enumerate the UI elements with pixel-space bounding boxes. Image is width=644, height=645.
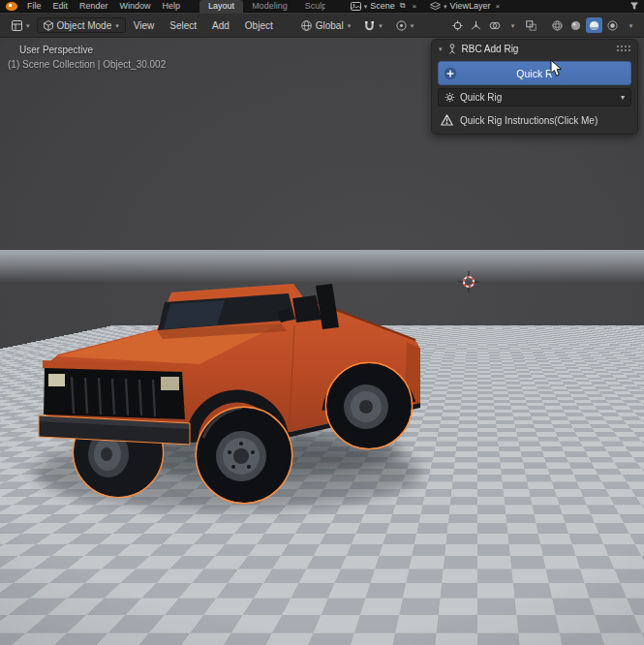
solid-sphere-icon	[570, 20, 581, 31]
chevron-down-icon: ▾	[621, 94, 625, 102]
checker-floor	[0, 250, 644, 645]
topbar: File Edit Render Window Help Layout Mode…	[0, 0, 644, 13]
overlays-toggle-button[interactable]	[486, 17, 503, 33]
menu-edit[interactable]: Edit	[47, 1, 75, 11]
panel-title: RBC Add Rig	[462, 44, 519, 54]
cube-icon	[44, 20, 53, 31]
transform-orientation-dropdown[interactable]: Global ▾	[294, 17, 357, 33]
menu-select[interactable]: Select	[162, 20, 204, 31]
shading-wireframe-button[interactable]	[549, 17, 566, 33]
xray-toggle-button[interactable]	[523, 17, 539, 33]
viewport-header-right-icons: ▾ ▾	[449, 17, 639, 33]
rbc-add-rig-panel: ▾ RBC Add Rig Quick R Quick Rig ▾ Quick …	[431, 39, 638, 135]
rendered-sphere-icon	[607, 20, 618, 31]
viewlayer-selector[interactable]: ▾ ViewLayer ×	[430, 1, 502, 11]
object-mode-dropdown[interactable]: Object Mode ▾	[37, 17, 126, 33]
chevron-down-icon: ▾	[411, 22, 414, 29]
viewport-header: ▾ Object Mode ▾ View Select Add Object G…	[0, 13, 644, 38]
remove-viewlayer-icon[interactable]: ×	[493, 2, 502, 11]
scene-icon	[351, 2, 361, 11]
overlays-icon	[489, 20, 501, 31]
context-breadcrumb: (1) Scene Collection | Object_30.002	[8, 59, 166, 70]
viewlayer-icon	[430, 2, 441, 11]
proportional-editing-icon	[396, 20, 407, 31]
chevron-down-icon: ▾	[26, 22, 30, 29]
mode-label: Object Mode	[57, 20, 112, 31]
shading-dropdown[interactable]: ▾	[623, 17, 639, 33]
rig-icon	[447, 44, 457, 54]
quick-rig-instructions[interactable]: Quick Rig Instructions(Click Me)	[432, 110, 637, 134]
menu-add[interactable]: Add	[204, 20, 237, 31]
shading-material-button[interactable]	[586, 17, 602, 33]
view-perspective-label: User Perspective	[19, 45, 93, 55]
filter-icon[interactable]	[629, 1, 639, 11]
workspace-tab-modeling[interactable]: Modeling	[243, 0, 296, 13]
chevron-down-icon: ▾	[379, 22, 383, 29]
viewport-editor-icon	[12, 20, 22, 31]
unlink-scene-icon[interactable]: ×	[410, 2, 418, 11]
gear-icon	[445, 92, 455, 103]
snapping-button[interactable]: ▾	[357, 17, 389, 33]
blender-menu-icon[interactable]	[6, 2, 17, 11]
magnet-icon	[364, 20, 375, 31]
menu-help[interactable]: Help	[157, 1, 187, 11]
menu-view[interactable]: View	[126, 20, 163, 31]
shading-rendered-button[interactable]	[604, 17, 621, 33]
proportional-editing-button[interactable]: ▾	[389, 17, 421, 33]
workspace-tab-sculpting[interactable]: Sculpting	[296, 0, 325, 13]
pivot-icon	[452, 20, 463, 31]
orientation-label: Global	[316, 20, 344, 31]
new-scene-icon[interactable]: ⧉	[398, 1, 408, 11]
gizmo-icon	[471, 20, 481, 31]
viewlayer-name[interactable]: ViewLayer	[450, 1, 491, 11]
quick-rig-button-label: Quick R	[516, 68, 552, 79]
menu-object[interactable]: Object	[237, 20, 281, 31]
drag-handle[interactable]	[616, 45, 630, 53]
globe-icon	[301, 20, 312, 31]
chevron-down-icon: ▾	[444, 3, 447, 10]
instructions-label: Quick Rig Instructions(Click Me)	[460, 115, 598, 126]
pivot-point-button[interactable]	[449, 17, 466, 33]
overlays-dropdown[interactable]: ▾	[505, 17, 521, 33]
collapse-chevron-icon[interactable]: ▾	[439, 46, 443, 52]
shading-solid-button[interactable]	[567, 17, 584, 33]
warning-icon	[441, 114, 453, 126]
menu-file[interactable]: File	[21, 1, 47, 11]
menu-render[interactable]: Render	[74, 1, 114, 11]
editor-type-button[interactable]: ▾	[5, 17, 37, 33]
scene-selector[interactable]: ▾ Scene ⧉ ×	[351, 1, 418, 11]
chevron-down-icon: ▾	[115, 22, 119, 29]
quick-rig-dropdown[interactable]: Quick Rig ▾	[438, 88, 631, 107]
chevron-down-icon: ▾	[348, 22, 352, 29]
chevron-down-icon: ▾	[364, 3, 368, 10]
quick-rig-dropdown-label: Quick Rig	[460, 92, 502, 103]
material-sphere-icon	[589, 20, 599, 31]
menu-window[interactable]: Window	[114, 1, 157, 11]
quick-rig-button[interactable]: Quick R	[438, 61, 631, 85]
scene-name[interactable]: Scene	[370, 1, 395, 11]
xray-icon	[526, 20, 537, 31]
plus-icon	[444, 67, 457, 80]
workspace-tabs: Layout Modeling Sculpting	[199, 0, 325, 13]
panel-header[interactable]: ▾ RBC Add Rig	[432, 40, 637, 57]
wireframe-sphere-icon	[552, 20, 563, 31]
gizmo-toggle-button[interactable]	[468, 17, 484, 33]
workspace-tab-layout[interactable]: Layout	[199, 0, 243, 13]
